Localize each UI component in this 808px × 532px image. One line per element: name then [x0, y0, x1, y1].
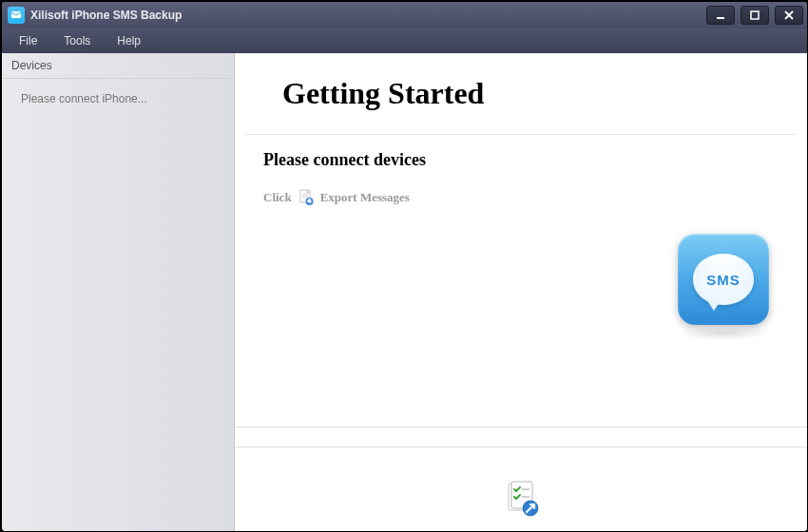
export-task-button[interactable] [502, 480, 540, 518]
main-content: Getting Started Please connect devices C… [235, 53, 807, 427]
footer [235, 427, 807, 531]
maximize-button[interactable] [741, 6, 769, 25]
close-button[interactable] [775, 6, 803, 25]
menubar: File Tools Help [2, 28, 807, 53]
sms-bubble-icon: SMS [693, 254, 754, 305]
export-page-icon [298, 189, 315, 206]
export-messages-label: Export Messages [320, 190, 410, 205]
menu-file[interactable]: File [13, 30, 58, 51]
main-panel: Getting Started Please connect devices C… [235, 53, 807, 531]
svg-rect-2 [751, 11, 759, 19]
window-controls [706, 6, 803, 25]
sms-badge-reflection [678, 327, 769, 340]
app-window: Xilisoft iPhone SMS Backup File Tools He… [2, 2, 807, 531]
minimize-button[interactable] [706, 6, 735, 25]
app-icon [8, 7, 25, 24]
sidebar-header: Devices [2, 53, 234, 79]
body: Devices Please connect iPhone... Getting… [2, 53, 807, 531]
page-title: Getting Started [235, 53, 807, 134]
sidebar-status-message: Please connect iPhone... [2, 79, 234, 119]
divider [246, 134, 796, 135]
svg-rect-1 [717, 17, 724, 19]
sms-badge-text: SMS [706, 272, 741, 288]
click-label: Click [263, 190, 292, 205]
window-title: Xilisoft iPhone SMS Backup [30, 9, 706, 22]
menu-tools[interactable]: Tools [58, 30, 111, 51]
connect-devices-heading: Please connect devices [235, 150, 807, 189]
sms-badge-icon: SMS [678, 234, 769, 325]
menu-help[interactable]: Help [111, 30, 162, 51]
footer-divider [235, 446, 807, 447]
sidebar: Devices Please connect iPhone... [2, 53, 235, 531]
titlebar[interactable]: Xilisoft iPhone SMS Backup [2, 2, 807, 28]
instruction-row: Click Export Messages [235, 189, 807, 206]
